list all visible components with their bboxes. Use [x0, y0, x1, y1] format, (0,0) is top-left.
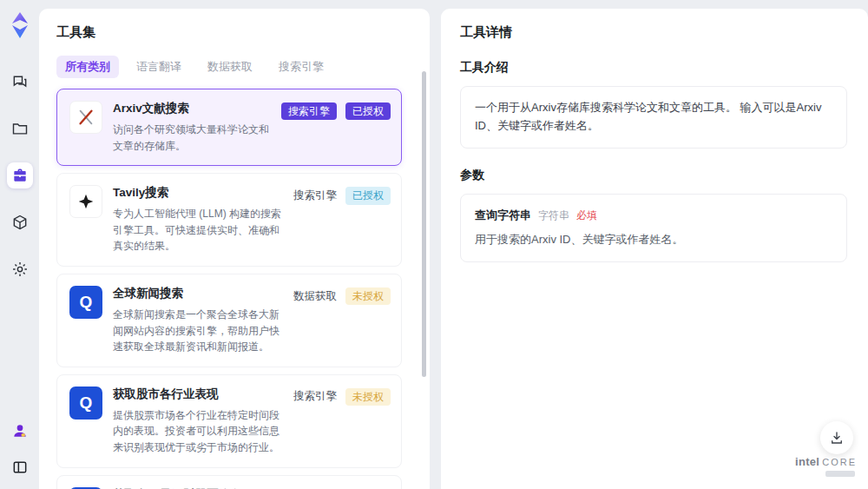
auth-badge: 已授权 [345, 102, 391, 120]
intro-heading: 工具介绍 [460, 60, 847, 76]
tool-card-global-news[interactable]: Q 全球新闻搜索 全球新闻搜索是一个聚合全球各大新闻网站内容的搜索引擎，帮助用户… [56, 274, 402, 367]
tool-name: 全球新闻搜索 [113, 286, 283, 301]
category-badge: 搜索引擎 [281, 102, 337, 120]
param-required-badge: 必填 [576, 208, 597, 224]
toolbox-icon[interactable] [7, 162, 33, 188]
app-logo-icon [7, 11, 33, 39]
tool-name: 获取股市各行业表现 [113, 387, 283, 402]
tool-name: Arxiv文献搜索 [113, 101, 271, 116]
collapse-panel-icon[interactable] [7, 454, 33, 480]
stock-sectors-icon: Q [69, 387, 102, 420]
cube-icon[interactable] [7, 209, 33, 235]
tool-card-arxiv[interactable]: Arxiv文献搜索 访问各个研究领域大量科学论文和文章的存储库。 搜索引擎 已授… [56, 89, 402, 166]
category-label: 数据获取 [293, 289, 337, 304]
tool-description: 提供股票市场各个行业在特定时间段内的表现。投资者可以利用这些信息来识别表现优于或… [113, 407, 283, 456]
chat-icon[interactable] [7, 69, 33, 95]
tool-description: 全球新闻搜索是一个聚合全球各大新闻网站内容的搜索引擎，帮助用户快速获取全球最新资… [113, 307, 283, 355]
auth-badge: 未授权 [345, 388, 391, 406]
tab-data-fetch[interactable]: 数据获取 [199, 56, 261, 78]
param-description: 用于搜索的Arxiv ID、关键字或作者姓名。 [475, 231, 832, 249]
param-name: 查询字符串 [475, 207, 531, 225]
tool-card-tavily[interactable]: Tavily搜索 专为人工智能代理 (LLM) 构建的搜索引擎工具。可快速提供实… [56, 173, 402, 267]
tavily-icon [69, 185, 102, 218]
tool-list-panel: 工具集 所有类别 语言翻译 数据获取 搜索引擎 Arxiv文献搜索 访问各个研究… [39, 9, 430, 489]
tool-card-active-stocks[interactable]: Q 获取市场最活跃股票信息 提供当天交易量最高的股票列表，投资者可以利用这些信息… [56, 475, 402, 489]
download-button[interactable] [820, 421, 853, 454]
main-area: 工具集 所有类别 语言翻译 数据获取 搜索引擎 Arxiv文献搜索 访问各个研究… [39, 0, 868, 489]
intel-core-logo: intel CORE [795, 456, 857, 477]
core-wordmark: CORE [822, 457, 857, 467]
detail-title: 工具详情 [460, 24, 847, 41]
app-rail [0, 0, 39, 489]
category-label: 搜索引擎 [293, 188, 337, 203]
global-news-icon: Q [69, 286, 102, 319]
auth-badge: 已授权 [345, 187, 391, 204]
tab-language-translation[interactable]: 语言翻译 [128, 56, 190, 78]
params-heading: 参数 [460, 168, 847, 183]
download-icon [829, 430, 845, 446]
intro-text: 一个用于从Arxiv存储库搜索科学论文和文章的工具。 输入可以是Arxiv ID… [475, 101, 821, 132]
arxiv-icon [69, 101, 102, 134]
intel-wordmark: intel [795, 456, 819, 468]
gear-icon[interactable] [7, 256, 33, 282]
intro-box: 一个用于从Arxiv存储库搜索科学论文和文章的工具。 输入可以是Arxiv ID… [460, 86, 847, 149]
tool-description: 专为人工智能代理 (LLM) 构建的搜索引擎工具。可快速提供实时、准确和真实的结… [113, 206, 283, 254]
tab-search-engine[interactable]: 搜索引擎 [270, 56, 332, 78]
list-scrollbar[interactable] [422, 71, 426, 377]
tab-all-categories[interactable]: 所有类别 [56, 56, 119, 78]
param-box: 查询字符串 字符串 必填 用于搜索的Arxiv ID、关键字或作者姓名。 [460, 194, 847, 263]
intel-ultra-bar [825, 471, 855, 477]
user-avatar-icon[interactable] [7, 418, 33, 444]
category-label: 搜索引擎 [293, 389, 337, 404]
tool-description: 访问各个研究领域大量科学论文和文章的存储库。 [113, 122, 271, 154]
folder-icon[interactable] [7, 116, 33, 142]
auth-badge: 未授权 [345, 287, 391, 305]
page-title: 工具集 [56, 24, 414, 41]
tool-card-stock-sectors[interactable]: Q 获取股市各行业表现 提供股票市场各个行业在特定时间段内的表现。投资者可以利用… [56, 374, 402, 468]
param-type: 字符串 [538, 208, 569, 224]
tool-detail-panel: 工具详情 工具介绍 一个用于从Arxiv存储库搜索科学论文和文章的工具。 输入可… [441, 9, 868, 489]
tool-cards: Arxiv文献搜索 访问各个研究领域大量科学论文和文章的存储库。 搜索引擎 已授… [56, 89, 414, 489]
tool-name: Tavily搜索 [113, 185, 283, 201]
category-tabs: 所有类别 语言翻译 数据获取 搜索引擎 [56, 56, 414, 78]
